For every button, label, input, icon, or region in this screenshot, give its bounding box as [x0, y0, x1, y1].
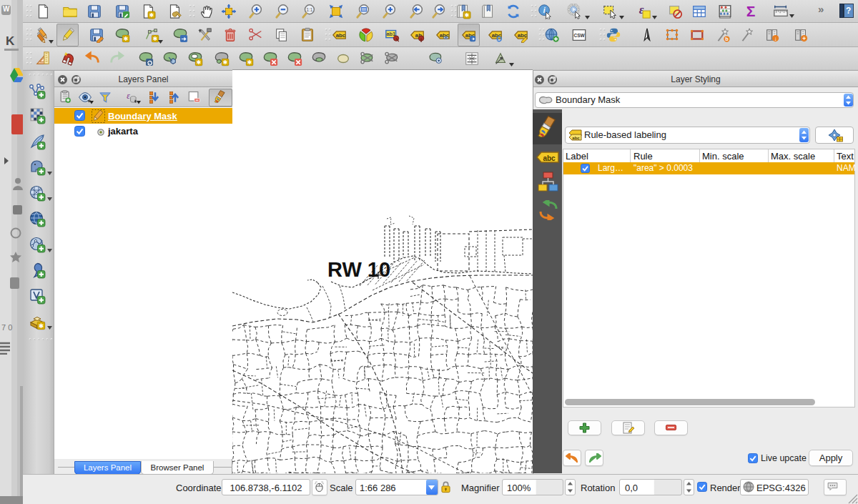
svg-text:CSW: CSW [574, 33, 586, 38]
svg-text:✱: ✱ [39, 322, 44, 330]
svg-text:✱: ✱ [465, 12, 470, 19]
svg-text:1:1: 1:1 [306, 7, 312, 12]
svg-text:✱: ✱ [197, 59, 202, 66]
svg-text:abc: abc [336, 32, 346, 39]
svg-text:Σ: Σ [746, 4, 756, 19]
svg-text:✱: ✱ [247, 59, 252, 66]
svg-text:b: b [725, 36, 729, 42]
svg-text:↓: ↓ [774, 36, 777, 42]
svg-text:i: i [543, 6, 546, 14]
svg-text:abc: abc [572, 136, 580, 140]
svg-text:abc: abc [543, 154, 556, 162]
svg-text:✱: ✱ [153, 36, 158, 42]
svg-text:✱: ✱ [149, 12, 154, 19]
svg-text:✱: ✱ [223, 59, 228, 66]
svg-text:+: + [802, 36, 806, 42]
svg-text:RW 10: RW 10 [327, 258, 390, 281]
svg-text:✱: ✱ [124, 36, 129, 42]
svg-text:ε: ε [127, 92, 130, 101]
